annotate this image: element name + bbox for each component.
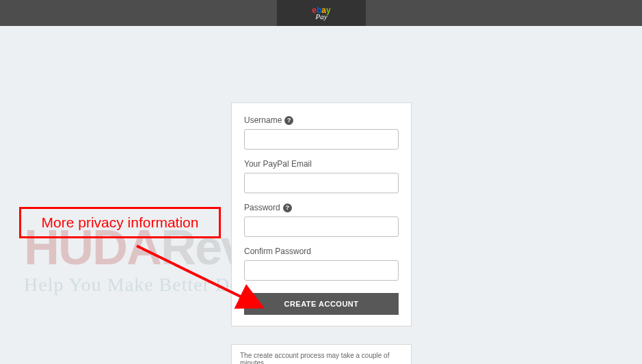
confirm-password-label: Confirm Password: [244, 247, 399, 256]
annotation-text: More privacy information: [42, 214, 199, 231]
logo-pay: Pay: [315, 13, 327, 20]
password-group: Password ?: [244, 203, 399, 237]
confirm-password-label-text: Confirm Password: [244, 247, 311, 256]
process-notice: The create account process may take a co…: [231, 344, 412, 364]
create-account-button[interactable]: CREATE ACCOUNT: [244, 293, 399, 315]
confirm-password-group: Confirm Password: [244, 247, 399, 281]
paypal-group: Your PayPal Email: [244, 159, 399, 193]
top-bar: ebay Pay: [0, 0, 642, 26]
paypal-label: Your PayPal Email: [244, 159, 399, 169]
password-input[interactable]: [244, 216, 399, 237]
annotation-callout: More privacy information: [19, 207, 221, 238]
username-group: Username ?: [244, 115, 399, 150]
confirm-password-input[interactable]: [244, 260, 399, 281]
password-label-text: Password: [244, 203, 280, 212]
help-icon[interactable]: ?: [284, 116, 293, 125]
logo: ebay Pay: [277, 0, 366, 26]
username-label: Username ?: [244, 115, 399, 125]
help-icon[interactable]: ?: [283, 204, 292, 212]
paypal-email-input[interactable]: [244, 173, 399, 193]
username-input[interactable]: [244, 129, 399, 150]
create-account-form: Username ? Your PayPal Email Password ? …: [231, 102, 412, 326]
paypal-label-text: Your PayPal Email: [244, 159, 312, 169]
password-label: Password ?: [244, 203, 399, 212]
username-label-text: Username: [244, 115, 282, 125]
